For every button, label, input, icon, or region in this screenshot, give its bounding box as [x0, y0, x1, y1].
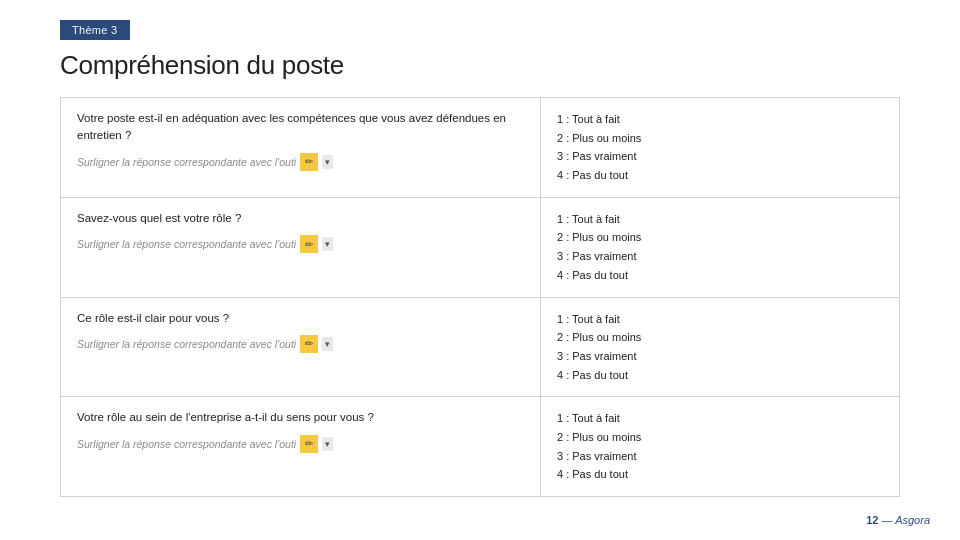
questions-container: Votre poste est-il en adéquation avec le…: [60, 97, 900, 497]
highlight-label: Surligner la réponse correspondante avec…: [77, 338, 296, 350]
dropdown-arrow-icon[interactable]: ▾: [322, 155, 333, 169]
pencil-icon[interactable]: ✏: [300, 235, 318, 253]
answer-option: 2 : Plus ou moins: [557, 428, 883, 447]
pencil-icon[interactable]: ✏: [300, 335, 318, 353]
theme-badge: Thème 3: [60, 20, 130, 40]
question-right: 1 : Tout à fait2 : Plus ou moins3 : Pas …: [541, 298, 899, 397]
footer-separator: —: [878, 514, 895, 526]
highlight-area: Surligner la réponse correspondante avec…: [77, 235, 524, 253]
answer-option: 3 : Pas vraiment: [557, 147, 883, 166]
answer-option: 2 : Plus ou moins: [557, 228, 883, 247]
question-row: Votre rôle au sein de l'entreprise a-t-i…: [60, 396, 900, 497]
question-left: Ce rôle est-il clair pour vous ?Surligne…: [61, 298, 541, 397]
dropdown-arrow-icon[interactable]: ▾: [322, 337, 333, 351]
page-number: 12: [866, 514, 878, 526]
page-title: Compréhension du poste: [60, 50, 900, 81]
answer-option: 1 : Tout à fait: [557, 409, 883, 428]
answer-option: 2 : Plus ou moins: [557, 328, 883, 347]
highlight-label: Surligner la réponse correspondante avec…: [77, 438, 296, 450]
question-text: Savez-vous quel est votre rôle ?: [77, 210, 524, 227]
question-row: Votre poste est-il en adéquation avec le…: [60, 97, 900, 197]
question-text: Ce rôle est-il clair pour vous ?: [77, 310, 524, 327]
answer-option: 4 : Pas du tout: [557, 166, 883, 185]
answer-option: 3 : Pas vraiment: [557, 447, 883, 466]
brand-name: Asgora: [895, 514, 930, 526]
dropdown-arrow-icon[interactable]: ▾: [322, 237, 333, 251]
question-text: Votre rôle au sein de l'entreprise a-t-i…: [77, 409, 524, 426]
highlight-label: Surligner la réponse correspondante avec…: [77, 156, 296, 168]
question-row: Savez-vous quel est votre rôle ?Surligne…: [60, 197, 900, 297]
answer-option: 2 : Plus ou moins: [557, 129, 883, 148]
question-right: 1 : Tout à fait2 : Plus ou moins3 : Pas …: [541, 98, 899, 197]
answer-option: 4 : Pas du tout: [557, 366, 883, 385]
answer-option: 4 : Pas du tout: [557, 266, 883, 285]
page: Thème 3 Compréhension du poste Votre pos…: [0, 0, 960, 540]
answer-option: 1 : Tout à fait: [557, 210, 883, 229]
dropdown-arrow-icon[interactable]: ▾: [322, 437, 333, 451]
question-left: Votre poste est-il en adéquation avec le…: [61, 98, 541, 197]
answer-option: 1 : Tout à fait: [557, 310, 883, 329]
highlight-area: Surligner la réponse correspondante avec…: [77, 435, 524, 453]
pencil-icon[interactable]: ✏: [300, 153, 318, 171]
question-right: 1 : Tout à fait2 : Plus ou moins3 : Pas …: [541, 198, 899, 297]
question-left: Savez-vous quel est votre rôle ?Surligne…: [61, 198, 541, 297]
highlight-area: Surligner la réponse correspondante avec…: [77, 153, 524, 171]
answer-option: 3 : Pas vraiment: [557, 347, 883, 366]
highlight-area: Surligner la réponse correspondante avec…: [77, 335, 524, 353]
question-row: Ce rôle est-il clair pour vous ?Surligne…: [60, 297, 900, 397]
question-left: Votre rôle au sein de l'entreprise a-t-i…: [61, 397, 541, 496]
highlight-label: Surligner la réponse correspondante avec…: [77, 238, 296, 250]
footer: 12 — Asgora: [866, 514, 930, 526]
answer-option: 1 : Tout à fait: [557, 110, 883, 129]
question-right: 1 : Tout à fait2 : Plus ou moins3 : Pas …: [541, 397, 899, 496]
answer-option: 4 : Pas du tout: [557, 465, 883, 484]
pencil-icon[interactable]: ✏: [300, 435, 318, 453]
question-text: Votre poste est-il en adéquation avec le…: [77, 110, 524, 145]
answer-option: 3 : Pas vraiment: [557, 247, 883, 266]
